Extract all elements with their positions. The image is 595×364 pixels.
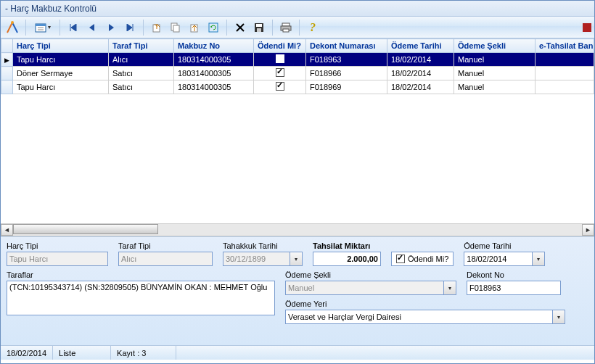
print-button[interactable] xyxy=(277,19,295,36)
cell-dekont-numarasi: F018966 xyxy=(306,67,387,80)
table-row[interactable]: ▶Tapu HarcıAlıcı180314000305F01896318/02… xyxy=(1,53,594,67)
row-indicator xyxy=(1,80,13,94)
cell-dekont-numarasi: F018963 xyxy=(306,53,387,67)
input-dekont-no[interactable] xyxy=(467,281,561,295)
input-tahsilat-miktari[interactable] xyxy=(313,252,381,266)
label-taraf-tipi: Taraf Tipi xyxy=(118,241,213,250)
indicator-icon xyxy=(583,23,591,32)
col-etahsilat-bankasi[interactable]: e-Tahsilat Bankası xyxy=(536,39,594,53)
nav-first-button[interactable] xyxy=(65,19,82,36)
odeme-sekli-dropdown-button[interactable]: ▾ xyxy=(443,281,456,295)
horizontal-scrollbar[interactable]: ◄ ► xyxy=(1,223,594,236)
table-row[interactable]: Döner SermayeSatıcı180314000305F01896618… xyxy=(1,67,594,80)
copy-button[interactable] xyxy=(167,19,184,36)
tahakkuk-tarihi-dropdown-button[interactable]: ▾ xyxy=(290,252,303,266)
calendar-button[interactable]: ▾ xyxy=(30,19,55,36)
svg-rect-15 xyxy=(283,29,289,32)
app-logo xyxy=(4,19,21,36)
col-odendi-mi[interactable]: Ödendi Mi? xyxy=(254,39,306,53)
input-odeme-sekli xyxy=(285,281,443,295)
cell-etahsilat-bankasi xyxy=(536,53,594,67)
cell-etahsilat-bankasi xyxy=(536,80,594,94)
check-icon xyxy=(396,255,405,263)
scroll-right-button[interactable]: ► xyxy=(582,224,594,236)
cell-odeme-tarihi: 18/02/2014 xyxy=(387,67,454,80)
label-harc-tipi: Harç Tipi xyxy=(7,241,108,250)
refresh-button[interactable] xyxy=(205,19,222,36)
grid-header-row: Harç Tipi Taraf Tipi Makbuz No Ödendi Mi… xyxy=(1,39,594,53)
cell-makbuz-no: 180314000305 xyxy=(174,67,254,80)
cell-odeme-sekli: Manuel xyxy=(454,53,536,67)
cell-harc-tipi: Tapu Harcı xyxy=(13,53,109,67)
delete-button[interactable] xyxy=(231,19,249,36)
col-odeme-tarihi[interactable]: Ödeme Tarihi xyxy=(387,39,454,53)
scroll-left-button[interactable]: ◄ xyxy=(1,224,13,236)
cell-odendi-mi xyxy=(254,67,306,80)
toolbar: ▾ ? xyxy=(1,17,594,38)
checkbox-odendi-mi-label: Ödendi Mi? xyxy=(408,255,448,263)
cell-makbuz-no: 180314000305 xyxy=(174,80,254,94)
separator xyxy=(272,20,273,36)
export-button[interactable] xyxy=(148,19,165,36)
statusbar: 18/02/2014 Liste Kayıt : 3 xyxy=(1,345,594,360)
input-tahakkuk-tarihi xyxy=(223,252,290,266)
checkbox-odendi-mi[interactable]: Ödendi Mi? xyxy=(391,252,454,266)
svg-rect-11 xyxy=(256,24,262,27)
svg-point-0 xyxy=(11,21,14,24)
svg-rect-7 xyxy=(173,25,179,32)
input-taraflar[interactable] xyxy=(7,281,275,315)
cell-odeme-sekli: Manuel xyxy=(454,67,536,80)
status-date: 18/02/2014 xyxy=(1,346,53,360)
separator xyxy=(60,20,60,36)
odeme-yeri-dropdown-button[interactable]: ▾ xyxy=(552,310,565,324)
col-dekont-numarasi[interactable]: Dekont Numarası xyxy=(306,39,387,53)
titlebar: - Harç Makbuz Kontrolü xyxy=(1,1,594,17)
cell-dekont-numarasi: F018969 xyxy=(306,80,387,94)
detail-panel: Harç Tipi Taraf Tipi Tahakkuk Tarihi ▾ T… xyxy=(1,236,594,345)
cell-odeme-sekli: Manuel xyxy=(454,80,536,94)
scroll-thumb[interactable] xyxy=(13,224,158,234)
svg-rect-13 xyxy=(282,23,290,26)
help-button[interactable]: ? xyxy=(304,19,321,36)
odeme-tarihi-dropdown-button[interactable]: ▾ xyxy=(532,252,545,266)
label-odeme-yeri: Ödeme Yeri xyxy=(285,299,565,308)
status-mode: Liste xyxy=(53,346,111,360)
nav-last-button[interactable] xyxy=(121,19,139,36)
cell-taraf-tipi: Satıcı xyxy=(109,67,174,80)
col-odeme-sekli[interactable]: Ödeme Şekli xyxy=(454,39,536,53)
input-taraf-tipi xyxy=(118,252,213,266)
cell-etahsilat-bankasi xyxy=(536,67,594,80)
input-harc-tipi xyxy=(7,252,108,266)
data-grid[interactable]: Harç Tipi Taraf Tipi Makbuz No Ödendi Mi… xyxy=(1,38,594,223)
col-makbuz-no[interactable]: Makbuz No xyxy=(174,39,254,53)
label-dekont-no: Dekont No xyxy=(467,270,561,279)
svg-rect-12 xyxy=(257,28,261,32)
cell-makbuz-no: 180314000305 xyxy=(174,53,254,67)
col-taraf-tipi[interactable]: Taraf Tipi xyxy=(109,39,174,53)
col-harc-tipi[interactable]: Harç Tipi xyxy=(13,39,109,53)
window-title: - Harç Makbuz Kontrolü xyxy=(5,4,97,14)
cell-odeme-tarihi: 18/02/2014 xyxy=(387,80,454,94)
nav-prev-button[interactable] xyxy=(83,19,101,36)
cell-taraf-tipi: Satıcı xyxy=(109,80,174,94)
svg-rect-2 xyxy=(36,24,46,26)
import-button[interactable] xyxy=(186,19,203,36)
label-tahsilat-miktari: Tahsilat Miktarı xyxy=(313,241,381,250)
label-odeme-sekli: Ödeme Şekli xyxy=(285,270,456,279)
save-button[interactable] xyxy=(250,19,268,36)
cell-harc-tipi: Döner Sermaye xyxy=(13,67,109,80)
separator xyxy=(25,20,26,36)
cell-taraf-tipi: Alıcı xyxy=(109,53,174,67)
svg-rect-9 xyxy=(209,23,218,32)
input-odeme-yeri[interactable] xyxy=(285,310,552,324)
cell-harc-tipi: Tapu Harcı xyxy=(13,80,109,94)
input-odeme-tarihi[interactable] xyxy=(464,252,532,266)
nav-next-button[interactable] xyxy=(102,19,120,36)
label-tahakkuk-tarihi: Tahakkuk Tarihi xyxy=(223,241,303,250)
label-taraflar: Taraflar xyxy=(7,270,275,279)
status-record: Kayıt : 3 xyxy=(111,346,176,360)
label-odeme-tarihi: Ödeme Tarihi xyxy=(464,241,545,250)
scroll-track[interactable] xyxy=(13,224,582,236)
separator xyxy=(143,20,144,36)
table-row[interactable]: Tapu HarcıSatıcı180314000305F01896918/02… xyxy=(1,80,594,94)
